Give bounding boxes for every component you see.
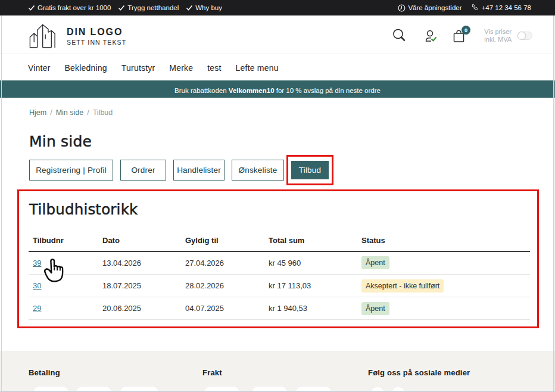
phone-label: +47 12 34 56 78	[482, 4, 531, 11]
search-icon[interactable]	[391, 27, 406, 42]
toggle-knob	[517, 32, 526, 40]
payment-method-box	[33, 387, 68, 392]
user-account-icon[interactable]	[421, 26, 439, 44]
nav-item-lefte-menu[interactable]: Lefte menu	[236, 63, 279, 73]
topbar-contact: Våre åpningstider +47 12 34 56 78	[398, 0, 531, 15]
price-toggle-label: Vis priser inkl. MVA	[482, 28, 512, 43]
payment-method-box	[120, 387, 158, 392]
logo-subtitle: SETT INN TEKST	[67, 39, 126, 46]
footer-frakt-title: Frakt	[202, 368, 222, 377]
header: DIN LOGO SETT INN TEKST 0 Vis priser ink…	[0, 15, 555, 54]
promo-banner: Bruk rabattkoden Velkommen10 for 10 % av…	[0, 80, 555, 98]
offer-tilbudnr-cell: 29	[29, 297, 98, 320]
banner-suffix: for 10 % avslag på din neste ordre	[275, 87, 381, 94]
footer-betaling-title: Betaling	[29, 368, 60, 377]
usp-free-shipping: Gratis frakt over kr 1000	[28, 4, 111, 11]
offer-link-30[interactable]: 30	[33, 281, 41, 290]
offer-status-cell: Åpent	[357, 251, 530, 275]
offer-status-cell: Åpent	[357, 297, 530, 320]
offer-total-sum: kr 1 940,53	[264, 297, 357, 320]
status-badge-accepted: Akseptert - ikke fullført	[361, 279, 444, 293]
offer-row: 39 13.04.2026 27.04.2026 kr 45 960 Åpent	[29, 251, 530, 275]
footer-sosiale-title: Følg oss på sosiale medier	[368, 368, 470, 377]
price-toggle-switch[interactable]	[517, 32, 532, 40]
col-gyldig-til: Gyldig til	[181, 232, 264, 251]
nav-item-merke[interactable]: Merke	[169, 63, 193, 73]
breadcrumb-min-side[interactable]: Min side	[56, 108, 84, 117]
offer-status-cell: Akseptert - ikke fullført	[357, 275, 530, 297]
logo[interactable]: DIN LOGO SETT INN TEKST	[26, 21, 126, 55]
topbar: Gratis frakt over kr 1000 Trygg netthand…	[0, 0, 555, 15]
page-title: Min side	[29, 134, 92, 149]
status-badge-open: Åpent	[361, 256, 389, 269]
offer-total-sum: kr 17 113,03	[264, 275, 357, 297]
active-tab-highlight: Tilbud	[286, 155, 333, 185]
social-icon-circle[interactable]	[371, 387, 384, 392]
payment-method-box	[76, 387, 111, 392]
account-tabs: Registrering | Profil Ordrer Handleliste…	[29, 155, 333, 185]
col-status: Status	[357, 232, 530, 251]
shipping-method-box	[252, 387, 287, 392]
price-toggle[interactable]: Vis priser inkl. MVA	[482, 28, 532, 43]
nav-item-test[interactable]: test	[207, 63, 221, 73]
opening-hours-link[interactable]: Våre åpningstider	[398, 4, 462, 12]
banner-code: Velkommen10	[229, 87, 275, 94]
breadcrumb-hjem[interactable]: Hjem	[29, 108, 46, 117]
usp-label: Gratis frakt over kr 1000	[38, 4, 111, 11]
cart-count-badge: 0	[462, 26, 470, 35]
offer-link-29[interactable]: 29	[33, 304, 41, 313]
offer-row: 30 18.07.2025 28.02.2026 kr 17 113,03 Ak…	[29, 275, 530, 297]
offer-tilbudnr-cell: 39	[29, 251, 98, 275]
cart-button[interactable]: 0	[450, 25, 475, 50]
clock-icon	[398, 4, 406, 12]
col-dato: Dato	[98, 232, 181, 251]
check-icon	[28, 4, 35, 11]
nav-item-vinter[interactable]: Vinter	[28, 63, 51, 73]
offers-section-title: Tilbudhistorikk	[29, 202, 138, 217]
tab-ordrer[interactable]: Ordrer	[120, 160, 166, 181]
offers-highlight-box: Tilbudhistorikk Tilbudnr Dato Gyldig til…	[17, 189, 539, 328]
offer-gyldig-til: 28.02.2026	[181, 275, 264, 297]
logo-title: DIN LOGO	[67, 27, 126, 37]
col-total-sum: Total sum	[264, 232, 357, 251]
breadcrumb-current: Tilbud	[93, 108, 113, 117]
shipping-method-box	[296, 387, 331, 392]
offer-dato: 18.07.2025	[98, 275, 181, 297]
logo-text: DIN LOGO SETT INN TEKST	[67, 27, 126, 55]
offer-total-sum: kr 45 960	[264, 251, 357, 275]
offer-tilbudnr-cell: 30	[29, 275, 98, 297]
col-tilbudnr: Tilbudnr	[29, 232, 98, 251]
offers-table: Tilbudnr Dato Gyldig til Total sum Statu…	[29, 232, 530, 320]
tab-onskeliste[interactable]: Ønskeliste	[232, 160, 284, 181]
offer-row: 29 20.06.2025 04.07.2025 kr 1 940,53 Åpe…	[29, 297, 530, 320]
nav-item-bekledning[interactable]: Bekledning	[65, 63, 107, 73]
shipping-method-box	[204, 387, 239, 392]
check-icon	[118, 4, 125, 11]
main-nav: Vinter Bekledning Turutstyr Merke test L…	[0, 55, 555, 80]
tab-tilbud[interactable]: Tilbud	[291, 161, 329, 179]
tab-handlelister[interactable]: Handlelister	[173, 160, 225, 181]
breadcrumb-separator: /	[87, 108, 89, 117]
offer-dato: 13.04.2026	[98, 251, 181, 275]
status-badge-open: Åpent	[361, 302, 389, 315]
offer-gyldig-til: 27.04.2026	[181, 251, 264, 275]
offer-gyldig-til: 04.07.2025	[181, 297, 264, 320]
topbar-usps: Gratis frakt over kr 1000 Trygg netthand…	[28, 4, 222, 11]
opening-hours-label: Våre åpningstider	[408, 4, 462, 11]
nav-item-turutstyr[interactable]: Turutstyr	[121, 63, 155, 73]
banner-prefix: Bruk rabattkoden	[174, 87, 229, 94]
offer-link-39[interactable]: 39	[33, 259, 41, 267]
phone-icon	[471, 4, 479, 12]
phone-link[interactable]: +47 12 34 56 78	[471, 4, 531, 12]
social-icon-circle[interactable]	[392, 387, 405, 392]
usp-why-buy: Why buy	[186, 4, 222, 11]
usp-secure-shopping: Trygg netthandel	[118, 4, 179, 11]
tab-registrering-profil[interactable]: Registrering | Profil	[29, 160, 113, 181]
usp-label: Why buy	[195, 4, 222, 11]
footer: Betaling Frakt Følg oss på sosiale medie…	[0, 351, 555, 392]
check-icon	[186, 4, 193, 11]
usp-label: Trygg netthandel	[127, 4, 179, 11]
breadcrumb-separator: /	[50, 108, 52, 117]
breadcrumb: Hjem/Min side/Tilbud	[29, 108, 113, 117]
logo-buildings-icon	[26, 21, 60, 55]
